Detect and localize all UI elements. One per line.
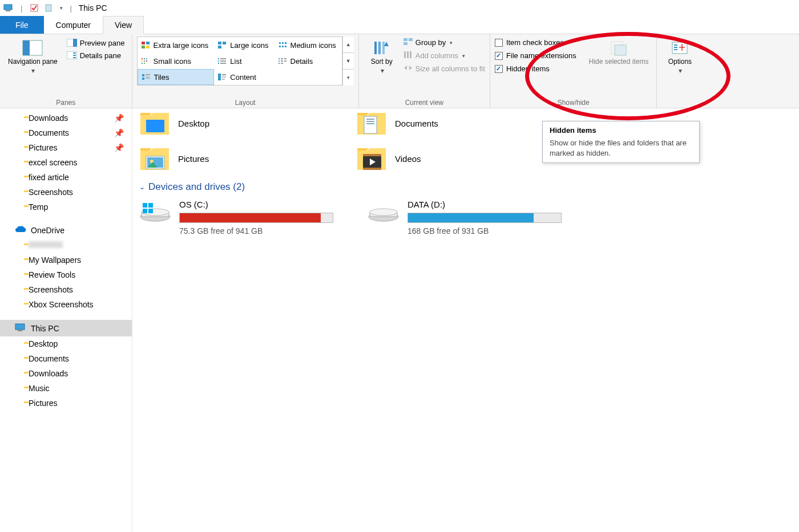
preview-pane-button[interactable]: Preview pane xyxy=(64,36,127,49)
sidebar-item-temp[interactable]: Temp xyxy=(0,200,132,214)
navigation-pane-button[interactable]: Navigation pane ▾ xyxy=(5,36,61,78)
chevron-down-icon: ▾ xyxy=(31,67,35,75)
svg-rect-27 xyxy=(146,58,147,59)
content-pane[interactable]: DesktopDocuments PicturesVideos ⌄ Device… xyxy=(132,108,799,532)
group-label-current-view: Current view xyxy=(364,98,485,107)
folder-tile-desktop[interactable]: Desktop xyxy=(139,111,333,136)
properties-icon[interactable] xyxy=(29,3,39,13)
details-pane-button[interactable]: Details pane xyxy=(64,49,127,62)
layout-view-icon xyxy=(141,41,150,49)
file-name-extensions-checkbox[interactable]: File name extensions xyxy=(495,50,576,62)
pin-icon: 📌 xyxy=(114,143,124,152)
layout-gallery-scroll[interactable]: ▲ ▼ ▾ xyxy=(342,36,354,86)
sort-by-button[interactable]: Sort by ▾ xyxy=(364,36,400,78)
sidebar-item-music[interactable]: Music xyxy=(0,381,132,396)
svg-rect-69 xyxy=(18,330,22,331)
navigation-sidebar[interactable]: Downloads📌Documents📌Pictures📌excel scree… xyxy=(0,108,132,532)
layout-option-extra-large-icons[interactable]: Extra large icons xyxy=(138,37,215,53)
sidebar-item-label: Documents xyxy=(29,354,69,363)
tab-view[interactable]: View xyxy=(103,16,144,34)
options-button[interactable]: Options ▾ xyxy=(661,36,698,78)
sidebar-item-my-wallpapers[interactable]: My Wallpapers xyxy=(0,253,132,267)
ribbon-group-panes: Navigation pane ▾ Preview pane Details p… xyxy=(0,34,132,108)
svg-rect-40 xyxy=(281,58,283,59)
drive-usage-bar xyxy=(407,213,562,223)
svg-rect-15 xyxy=(146,46,150,48)
sidebar-item-label: Music xyxy=(29,384,50,393)
layout-view-icon xyxy=(142,73,151,81)
layout-option-list[interactable]: List xyxy=(214,53,274,69)
layout-option-large-icons[interactable]: Large icons xyxy=(214,37,274,53)
svg-rect-51 xyxy=(146,78,150,79)
sidebar-item-fixed-article[interactable]: fixed article xyxy=(0,170,132,185)
svg-rect-23 xyxy=(282,46,284,47)
tooltip-title: Hidden items xyxy=(550,126,692,135)
item-checkboxes-checkbox[interactable]: Item check boxes xyxy=(495,36,576,48)
drive-tile-data-d-[interactable]: DATA (D:)168 GB free of 931 GB xyxy=(368,200,573,235)
sidebar-item-this-pc[interactable]: This PC xyxy=(0,320,132,336)
folder-tile-documents[interactable]: Documents xyxy=(356,111,550,136)
layout-option-medium-icons[interactable]: Medium icons xyxy=(275,37,342,53)
sidebar-item-downloads[interactable]: Downloads📌 xyxy=(0,111,132,125)
tab-file[interactable]: File xyxy=(0,16,44,34)
svg-rect-54 xyxy=(222,76,226,78)
new-folder-icon[interactable] xyxy=(44,3,54,13)
scroll-down-icon[interactable]: ▼ xyxy=(343,53,354,70)
svg-rect-26 xyxy=(144,58,145,59)
separator: | xyxy=(21,4,22,13)
section-header-devices[interactable]: ⌄ Devices and drives (2) xyxy=(139,181,792,193)
sidebar-item-screenshots[interactable]: Screenshots xyxy=(0,282,132,297)
svg-rect-35 xyxy=(218,60,219,62)
group-label-show-hide: Show/hide xyxy=(495,98,652,107)
svg-rect-30 xyxy=(146,60,147,62)
add-columns-button: Add columns ▾ xyxy=(403,50,485,62)
sidebar-item-desktop[interactable]: Desktop xyxy=(0,336,132,351)
sidebar-item-label: Screenshots xyxy=(29,188,73,197)
layout-gallery[interactable]: Extra large iconsLarge iconsMedium icons… xyxy=(137,36,342,86)
layout-option-details[interactable]: Details xyxy=(275,53,342,69)
svg-rect-53 xyxy=(222,74,226,75)
sidebar-item-screenshots[interactable]: Screenshots xyxy=(0,185,132,200)
sidebar-item-documents[interactable]: Documents xyxy=(0,351,132,366)
layout-option-content[interactable]: Content xyxy=(214,69,274,85)
sidebar-item-label: This PC xyxy=(31,324,59,333)
ribbon-group-layout: Extra large iconsLarge iconsMedium icons… xyxy=(132,34,359,108)
folder-tile-videos[interactable]: Videos xyxy=(356,146,550,171)
svg-rect-55 xyxy=(222,79,225,80)
folder-tile-pictures[interactable]: Pictures xyxy=(139,146,333,171)
size-columns-icon xyxy=(403,64,413,74)
gallery-expand-icon[interactable]: ▾ xyxy=(343,70,354,86)
layout-option-small-icons[interactable]: Small icons xyxy=(138,53,215,69)
qat-dropdown-icon[interactable]: ▾ xyxy=(60,5,63,11)
sidebar-item-excel-screens[interactable]: excel screens xyxy=(0,155,132,170)
drive-tile-os-c-[interactable]: OS (C:)75.3 GB free of 941 GB xyxy=(139,200,345,235)
sidebar-item-redacted[interactable] xyxy=(0,238,132,253)
checkbox-icon xyxy=(495,52,503,60)
sidebar-item-review-tools[interactable]: Review Tools xyxy=(0,267,132,282)
tab-computer[interactable]: Computer xyxy=(44,16,103,34)
folder-icon xyxy=(139,146,170,171)
sidebar-item-xbox-screenshots[interactable]: Xbox Screenshots xyxy=(0,297,132,312)
sidebar-item-label: Screenshots xyxy=(29,285,73,294)
sidebar-item-onedrive[interactable]: OneDrive xyxy=(0,222,132,238)
folder-icon xyxy=(356,111,387,136)
layout-option-tiles[interactable]: Tiles xyxy=(138,69,215,85)
svg-rect-70 xyxy=(146,120,164,132)
chevron-down-icon: ▾ xyxy=(381,67,384,75)
options-icon xyxy=(669,39,690,57)
group-by-button[interactable]: Group by ▾ xyxy=(403,36,485,48)
sidebar-item-label: Pictures xyxy=(29,143,58,152)
sidebar-item-pictures[interactable]: Pictures xyxy=(0,396,132,411)
sidebar-item-label: Desktop xyxy=(29,339,58,348)
sidebar-item-pictures[interactable]: Pictures📌 xyxy=(0,140,132,155)
sidebar-item-documents[interactable]: Documents📌 xyxy=(0,125,132,140)
onedrive-icon xyxy=(15,225,26,235)
sidebar-item-label: excel screens xyxy=(29,158,78,167)
tile-label: Desktop xyxy=(178,119,209,128)
scroll-up-icon[interactable]: ▲ xyxy=(343,36,354,53)
sidebar-item-downloads[interactable]: Downloads xyxy=(0,366,132,381)
svg-rect-64 xyxy=(410,51,411,58)
hidden-items-checkbox[interactable]: Hidden items xyxy=(495,63,576,75)
chevron-down-icon: ▾ xyxy=(462,53,465,59)
navigation-pane-icon xyxy=(22,39,43,57)
